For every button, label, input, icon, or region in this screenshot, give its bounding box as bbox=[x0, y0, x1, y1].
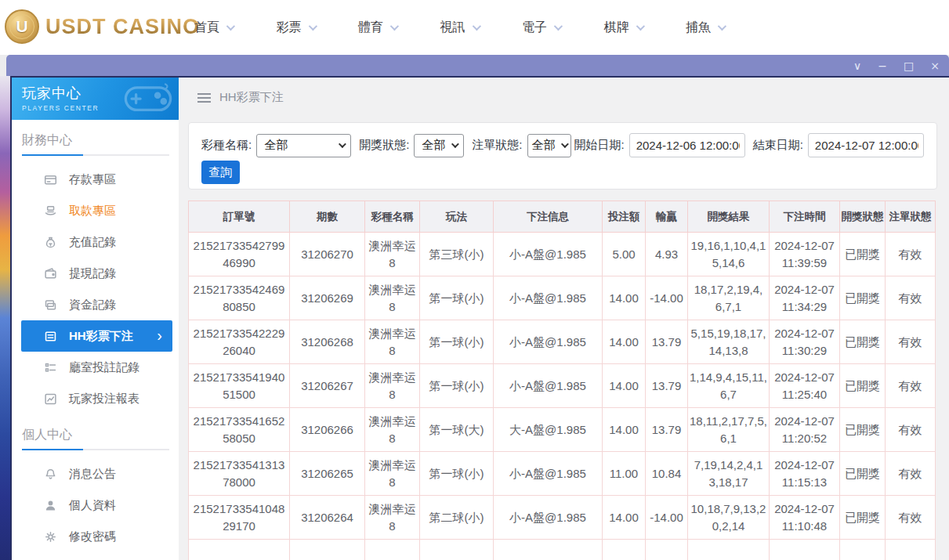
nav-menu-item[interactable]: 捕魚 bbox=[686, 20, 724, 36]
sidebar-item[interactable]: 充值記錄 bbox=[12, 226, 179, 258]
sidebar-item[interactable]: HH彩票下注 › bbox=[21, 320, 172, 352]
cell-order-status: 有效 bbox=[886, 364, 936, 408]
site-logo[interactable]: U USDT CASINO bbox=[5, 9, 200, 44]
sidebar-item[interactable]: 取款專區 bbox=[12, 195, 179, 226]
window-control-button[interactable]: − bbox=[878, 60, 887, 71]
chevron-down-icon bbox=[451, 140, 459, 148]
sidebar-item[interactable]: 消息公告 bbox=[12, 458, 179, 490]
nav-menu-item[interactable]: 電子 bbox=[522, 20, 560, 36]
sidebar-item[interactable]: 玩家投注報表 bbox=[12, 383, 179, 414]
draw-status-select[interactable]: 全部 bbox=[414, 134, 464, 157]
main-content: HH彩票下注 彩種名稱: 全部 開獎狀態: 全部 注單狀態: 全部 bbox=[179, 78, 949, 560]
sidebar-item[interactable]: 修改密碼 bbox=[12, 521, 179, 552]
order-status-select[interactable]: 全部 bbox=[527, 134, 571, 157]
table-header-cell: 訂單號 bbox=[189, 201, 290, 233]
cell-amount: 5.00 bbox=[603, 233, 646, 276]
cell-period: 31206264 bbox=[290, 496, 365, 540]
chevron-down-icon bbox=[554, 22, 563, 31]
chevron-down-icon bbox=[308, 22, 317, 31]
cell-amount: 14.00 bbox=[603, 320, 646, 364]
lottery-bet-icon bbox=[44, 330, 57, 343]
table-header-cell: 下注時間 bbox=[770, 201, 840, 233]
cell-lottery: 澳洲幸运8 bbox=[365, 408, 420, 452]
table-header-cell: 彩種名稱 bbox=[365, 201, 420, 233]
cell-lottery: 澳洲幸运8 bbox=[365, 364, 420, 408]
cell-order-status: 有效 bbox=[886, 276, 936, 320]
cell-amount: 14.00 bbox=[603, 276, 646, 320]
table-row: 2152173354279946990 31206270 澳洲幸运8 第三球(小… bbox=[189, 233, 936, 276]
sidebar-header: 玩家中心 PLAYERS CENTER bbox=[12, 78, 179, 120]
nav-menu-item[interactable]: 視訊 bbox=[440, 20, 479, 36]
sidebar-item[interactable]: 提現記錄 bbox=[12, 258, 179, 289]
end-date-input[interactable] bbox=[808, 133, 924, 157]
withdraw-hand-icon bbox=[44, 204, 57, 218]
cell-order-status: 有效 bbox=[886, 496, 936, 540]
section-divider bbox=[22, 449, 169, 450]
cell-lottery: 澳洲幸运8 bbox=[365, 233, 420, 276]
hall-bet-icon bbox=[44, 361, 57, 374]
cell-order-no: 2152173354165258050 bbox=[189, 408, 290, 452]
cell-play: 第一球(大) bbox=[420, 408, 494, 452]
cell-order-no: 2152173354131378000 bbox=[189, 452, 290, 496]
recharge-bag-icon bbox=[44, 236, 57, 249]
gear-icon bbox=[44, 530, 57, 544]
chevron-down-icon bbox=[339, 140, 346, 148]
cell-bet-info: 小-A盤@1.985 bbox=[494, 452, 603, 496]
cell-order-no: 2152173354222926040 bbox=[189, 320, 290, 364]
chevron-down-icon bbox=[560, 140, 568, 148]
cell-order-status: 有效 bbox=[886, 452, 936, 496]
table-row: 2152173354222926040 31206268 澳洲幸运8 第一球(小… bbox=[189, 320, 936, 364]
cell-time: 2024-12-07 11:20:52 bbox=[770, 408, 840, 452]
start-date-label: 開始日期: bbox=[574, 138, 625, 153]
sidebar-item[interactable]: 廳室投註記錄 bbox=[12, 352, 179, 383]
sidebar-item[interactable]: 個人資料 bbox=[12, 490, 179, 521]
end-date-label: 結束日期: bbox=[753, 138, 803, 153]
cell-amount: 14.00 bbox=[603, 408, 646, 452]
cell-lottery: 澳洲幸运8 bbox=[365, 276, 420, 320]
cell-order-no: 2152173354104829170 bbox=[189, 496, 290, 540]
nav-menu-item[interactable]: 首頁 bbox=[194, 20, 233, 36]
section-label-finance: 財務中心 bbox=[22, 132, 169, 150]
cell-bet-info: 小-A盤@1.985 bbox=[494, 233, 603, 276]
cell-result: 10,18,7,9,13,20,2,14 bbox=[688, 496, 770, 540]
lottery-filter-label: 彩種名稱: bbox=[201, 138, 252, 153]
window-control-button[interactable]: × bbox=[930, 60, 940, 71]
cell-bet-info: 小-A盤@1.985 bbox=[494, 364, 603, 408]
cell-order-status: 有效 bbox=[886, 233, 936, 276]
sidebar-finance-items: 存款專區 取款專區 充值記錄 提現記錄 bbox=[12, 164, 179, 414]
cell-draw-status: 已開獎 bbox=[840, 364, 886, 408]
table-header-cell: 下注信息 bbox=[494, 201, 603, 233]
cell-bet-info: 小-A盤@1.985 bbox=[494, 320, 603, 364]
window-control-button[interactable]: ∨ bbox=[853, 60, 861, 71]
cell-win-loss: 13.79 bbox=[646, 320, 688, 364]
hamburger-menu-icon[interactable] bbox=[197, 91, 211, 105]
cell-result: 7,19,14,2,4,13,18,17 bbox=[688, 452, 770, 496]
lottery-select[interactable]: 全部 bbox=[256, 134, 351, 157]
gamepad-icon bbox=[122, 81, 174, 115]
page-title: HH彩票下注 bbox=[219, 90, 284, 105]
cell-win-loss: 13.79 bbox=[646, 408, 688, 452]
cell-draw-status: 已開獎 bbox=[840, 408, 886, 452]
start-date-input[interactable] bbox=[629, 133, 745, 157]
cell-result: 5,15,19,18,17,14,13,8 bbox=[688, 320, 770, 364]
nav-menu-item[interactable]: 棋牌 bbox=[604, 20, 643, 36]
draw-status-filter-label: 開獎狀態: bbox=[359, 138, 409, 153]
cell-order-no: 2152173354194051500 bbox=[189, 364, 290, 408]
person-icon bbox=[44, 499, 57, 512]
sidebar: 玩家中心 PLAYERS CENTER 財務中心 存款專區 取款專區 bbox=[12, 78, 179, 560]
sidebar-item[interactable]: 資金記錄 bbox=[12, 289, 179, 320]
cell-result: 18,11,2,17,7,5,6,1 bbox=[688, 408, 770, 452]
bets-table: 訂單號期數彩種名稱玩法下注信息投注額輸贏開獎結果下注時間開獎狀態注單狀態 215… bbox=[188, 201, 935, 560]
table-header-cell: 注單狀態 bbox=[886, 201, 936, 233]
main-nav: 首頁 彩票 體育 視訊 電子 棋牌 bbox=[194, 0, 724, 55]
nav-menu-item[interactable]: 體育 bbox=[358, 20, 397, 36]
table-header-cell: 投注額 bbox=[603, 201, 646, 233]
chevron-right-icon: › bbox=[157, 327, 162, 345]
window-control-button[interactable]: □ bbox=[904, 60, 914, 71]
cell-play: 第二球(小) bbox=[420, 496, 494, 540]
cell-order-no: 2152173354246980850 bbox=[189, 276, 290, 320]
bell-icon bbox=[44, 468, 57, 481]
sidebar-item[interactable]: 存款專區 bbox=[12, 164, 179, 195]
search-button[interactable]: 查詢 bbox=[201, 161, 240, 184]
nav-menu-item[interactable]: 彩票 bbox=[277, 20, 315, 36]
